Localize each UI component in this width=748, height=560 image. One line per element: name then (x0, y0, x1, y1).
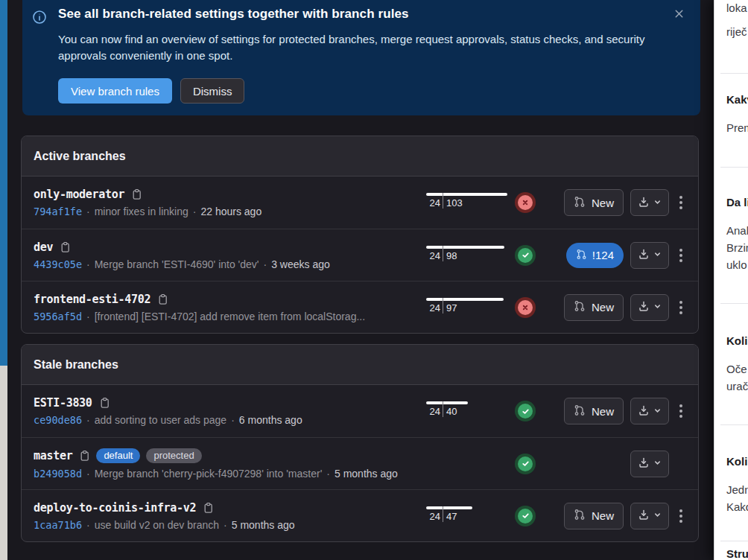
section-title-active: Active branches (22, 136, 698, 176)
background-text-fragment: Anal (726, 224, 748, 237)
dismiss-button[interactable]: Dismiss (180, 78, 245, 104)
download-button[interactable] (630, 503, 669, 529)
commit-message-link[interactable]: Merge branch 'cherry-pick-f4907298' into… (95, 468, 323, 480)
pipeline-status-icon[interactable] (515, 506, 536, 526)
download-icon (638, 456, 650, 471)
download-icon (638, 509, 650, 523)
commit-line: ce90de86 · add sorting to user ads page … (34, 414, 426, 426)
new-merge-request-button[interactable]: New (564, 503, 624, 529)
commit-sha-link[interactable]: 1caa71b6 (34, 519, 82, 531)
branch-row: dev 4439c05e · Merge branch 'ESTI-4690' … (22, 229, 698, 281)
merge-request-link[interactable]: !124 (566, 243, 624, 268)
section-title-stale: Stale branches (22, 345, 698, 385)
more-actions-menu[interactable] (676, 404, 686, 418)
branch-name-link[interactable]: frontend-esti-4702 (34, 293, 150, 306)
download-icon (638, 196, 650, 210)
pipeline-status-icon[interactable] (515, 245, 536, 266)
commit-sha-link[interactable]: b249058d (34, 468, 82, 480)
commit-date: 6 months ago (239, 414, 302, 426)
commit-date: 3 weeks ago (271, 258, 330, 270)
pipeline-status-icon[interactable] (515, 401, 536, 421)
commit-sha-link[interactable]: ce90de86 (34, 414, 82, 426)
chevron-down-icon (653, 302, 662, 313)
branch-info: master defaultprotected b249058d · Merge… (34, 448, 426, 480)
background-text-fragment: Jedn (726, 483, 748, 496)
pipeline-status-icon[interactable] (515, 454, 536, 474)
branch-name-link[interactable]: deploy-to-coinis-infra-v2 (34, 501, 196, 515)
commits-behind-count: 24 (426, 406, 443, 417)
branch-badges: defaultprotected (96, 448, 201, 463)
copy-branch-name-icon[interactable] (78, 450, 90, 462)
branch-name-link[interactable]: only-moderator (34, 188, 124, 201)
divergence-graph: 24 97 (426, 298, 508, 317)
background-divider (720, 73, 748, 74)
copy-branch-name-icon[interactable] (98, 397, 110, 409)
commit-message-link[interactable]: minor fixes in linking (95, 206, 188, 217)
chevron-down-icon (653, 249, 662, 261)
branch-row: deploy-to-coinis-infra-v2 1caa71b6 · use… (22, 489, 698, 541)
commits-ahead-count: 47 (443, 511, 457, 522)
download-button[interactable] (630, 189, 669, 216)
commit-message-link[interactable]: use build v2 on dev branch (95, 519, 219, 531)
branch-info: frontend-esti-4702 5956af5d · [frontend]… (34, 293, 426, 322)
branch-info: deploy-to-coinis-infra-v2 1caa71b6 · use… (34, 501, 426, 531)
commits-behind-count: 24 (426, 511, 443, 522)
commits-ahead-count: 98 (443, 250, 457, 261)
view-branch-rules-button[interactable]: View branch rules (58, 78, 172, 104)
copy-branch-name-icon[interactable] (202, 502, 214, 514)
copy-branch-name-icon[interactable] (59, 241, 71, 253)
download-icon (638, 300, 650, 314)
branch-row: frontend-esti-4702 5956af5d · [frontend]… (22, 281, 698, 333)
merge-request-icon (576, 249, 587, 262)
commit-sha-link[interactable]: 4439c05e (34, 258, 82, 270)
default-badge: default (96, 448, 140, 463)
adjacent-window-edge-gray (0, 366, 7, 560)
commit-date: 22 hours ago (200, 206, 262, 217)
more-actions-menu[interactable] (676, 301, 686, 314)
copy-branch-name-icon[interactable] (130, 188, 142, 200)
background-text-fragment: loka (726, 1, 747, 14)
commit-message-link[interactable]: add sorting to user ads page (95, 414, 226, 426)
more-actions-menu[interactable] (676, 509, 686, 523)
new-merge-request-button[interactable]: New (564, 294, 624, 321)
download-button[interactable] (630, 398, 669, 424)
merge-request-icon (574, 509, 586, 523)
more-actions-menu[interactable] (676, 196, 686, 209)
chevron-down-icon (653, 510, 662, 521)
commit-message-link[interactable]: [frontend] [ESTI-4702] add remove item f… (95, 311, 365, 322)
commit-date: 5 months ago (232, 519, 295, 531)
branch-name-link[interactable]: master (34, 449, 72, 462)
download-button[interactable] (630, 294, 669, 321)
download-icon (638, 404, 650, 419)
commit-line: 4439c05e · Merge branch 'ESTI-4690' into… (34, 258, 426, 270)
new-merge-request-button[interactable]: New (564, 189, 624, 216)
divergence-graph: 24 103 (426, 193, 508, 212)
commits-behind-count: 24 (426, 197, 443, 209)
new-merge-request-button[interactable]: New (564, 398, 624, 424)
pipeline-status-icon[interactable] (515, 297, 536, 318)
commit-line: b249058d · Merge branch 'cherry-pick-f49… (34, 468, 426, 480)
download-button[interactable] (630, 242, 669, 269)
commits-ahead-count: 97 (443, 302, 457, 314)
merge-request-icon (574, 196, 586, 210)
branch-name-link[interactable]: ESTI-3830 (34, 396, 92, 410)
divergence-graph: 24 47 (426, 506, 508, 526)
divergence-graph: 24 40 (426, 401, 508, 421)
banner-body: You can now find an overview of settings… (58, 31, 654, 64)
branch-name-link[interactable]: dev (34, 241, 53, 254)
download-button[interactable] (630, 451, 669, 477)
background-text-fragment: Kolik (726, 334, 748, 347)
commit-sha-link[interactable]: 794af1fe (34, 206, 82, 217)
chevron-down-icon (653, 197, 662, 209)
commit-message-link[interactable]: Merge branch 'ESTI-4690' into 'dev' (95, 258, 259, 270)
pipeline-status-icon[interactable] (515, 192, 536, 213)
copy-branch-name-icon[interactable] (156, 293, 168, 305)
background-divider (720, 303, 748, 304)
branch-rules-banner: See all branch-related settings together… (22, 0, 700, 115)
commit-line: 5956af5d · [frontend] [ESTI-4702] add re… (34, 311, 426, 322)
background-text-fragment: Brzin (726, 241, 748, 254)
more-actions-menu[interactable] (676, 249, 686, 262)
commit-sha-link[interactable]: 5956af5d (34, 311, 82, 322)
background-text-fragment: Kakv (726, 93, 748, 106)
close-icon[interactable] (671, 5, 687, 22)
